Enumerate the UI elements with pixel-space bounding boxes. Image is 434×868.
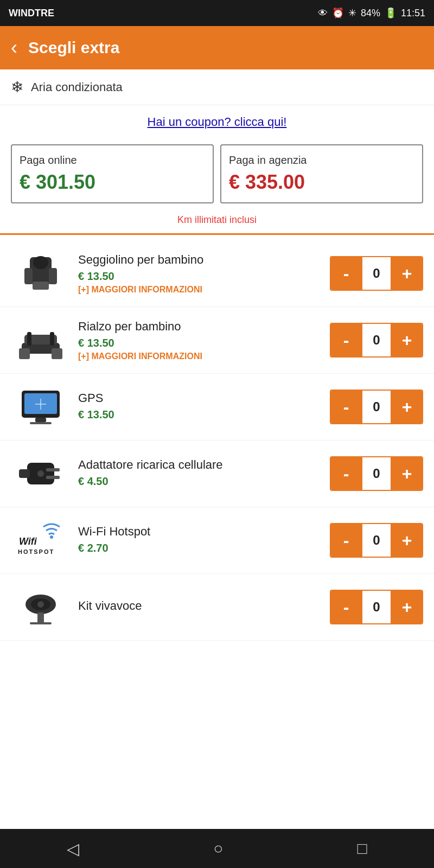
seggiolino-decrease-button[interactable]: - <box>331 257 361 290</box>
wifi-quantity-control: - 0 + <box>330 523 423 558</box>
rialzo-more-info[interactable]: [+] MAGGIORI INFORMAZIONI <box>78 352 322 361</box>
svg-rect-3 <box>49 268 57 284</box>
air-conditioning-row: ❄ Aria condizionata <box>0 69 434 105</box>
wifi-increase-button[interactable]: + <box>392 524 422 557</box>
svg-rect-8 <box>52 348 62 359</box>
extra-item-gps: GPS € 13.50 - 0 + <box>0 374 434 441</box>
bottom-navigation: ◁ ○ □ <box>0 829 434 868</box>
adattatore-name: Adattatore ricarica cellulare <box>78 457 322 473</box>
svg-point-21 <box>37 470 44 477</box>
eye-icon: 👁 <box>318 8 328 19</box>
vivavoce-name: Kit vivavoce <box>78 598 322 614</box>
coupon-row: Hai un coupon? clicca qui! <box>0 105 434 139</box>
rialzo-quantity-control: - 0 + <box>330 323 423 358</box>
adattatore-decrease-button[interactable]: - <box>331 457 361 490</box>
rialzo-decrease-button[interactable]: - <box>331 324 361 356</box>
seggiolino-quantity-control: - 0 + <box>330 256 423 291</box>
nav-home-button[interactable]: ○ <box>213 839 223 858</box>
bluetooth-icon: ✳ <box>348 7 356 19</box>
extra-item-rialzo: Rialzo per bambino € 13.50 [+] MAGGIORI … <box>0 307 434 374</box>
gps-name: GPS <box>78 391 322 406</box>
km-note: Km illimitati inclusi <box>0 211 434 233</box>
vivavoce-info: Kit vivavoce <box>78 598 322 616</box>
adattatore-image <box>11 449 71 498</box>
adattatore-quantity-value: 0 <box>361 457 392 490</box>
wifi-image: Wifi HOTSPOT <box>11 516 71 565</box>
gps-quantity-control: - 0 + <box>330 390 423 424</box>
carrier-signal: WINDTRE <box>9 8 54 19</box>
gps-price: € 13.50 <box>78 409 322 421</box>
seggiolino-more-info[interactable]: [+] MAGGIORI INFORMAZIONI <box>78 285 322 295</box>
back-button[interactable]: ‹ <box>11 38 17 58</box>
battery-icon: 🔋 <box>385 7 397 19</box>
seggiolino-image <box>11 249 71 298</box>
nav-recent-button[interactable]: □ <box>357 839 367 858</box>
seggiolino-info: Seggiolino per bambino € 13.50 [+] MAGGI… <box>78 252 322 295</box>
svg-rect-20 <box>46 476 60 479</box>
gps-quantity-value: 0 <box>361 391 392 423</box>
svg-rect-26 <box>37 612 44 623</box>
adattatore-increase-button[interactable]: + <box>392 457 422 490</box>
pay-online-box: Paga online € 301.50 <box>11 144 214 203</box>
rialzo-name: Rialzo per bambino <box>78 319 322 335</box>
clock: 11:51 <box>401 8 425 19</box>
svg-point-4 <box>33 256 48 269</box>
extra-item-seggiolino: Seggiolino per bambino € 13.50 [+] MAGGI… <box>0 240 434 307</box>
svg-rect-7 <box>19 348 30 359</box>
svg-rect-19 <box>46 468 60 471</box>
wifi-quantity-value: 0 <box>361 524 392 557</box>
extras-list: Seggiolino per bambino € 13.50 [+] MAGGI… <box>0 235 434 690</box>
alarm-icon: ⏰ <box>332 7 344 19</box>
adattatore-quantity-control: - 0 + <box>330 456 423 491</box>
seggiolino-quantity-value: 0 <box>361 257 392 290</box>
adattatore-price: € 4.50 <box>78 475 322 488</box>
vivavoce-quantity-control: - 0 + <box>330 590 423 624</box>
extra-item-wifi: Wifi HOTSPOT Wi-Fi Hotspot € 2.70 - 0 + <box>0 507 434 574</box>
svg-rect-2 <box>24 268 33 284</box>
rialzo-image <box>11 316 71 365</box>
battery-level: 84% <box>361 8 380 19</box>
page-title: Scegli extra <box>28 39 119 57</box>
svg-rect-14 <box>30 422 52 424</box>
status-right: 👁 ⏰ ✳ 84% 🔋 11:51 <box>318 7 425 19</box>
vivavoce-decrease-button[interactable]: - <box>331 591 361 623</box>
gps-info: GPS € 13.50 <box>78 391 322 423</box>
rialzo-price: € 13.50 <box>78 337 322 349</box>
pay-agency-amount: € 335.00 <box>229 171 414 194</box>
content-area: ❄ Aria condizionata Hai un coupon? clicc… <box>0 69 434 690</box>
svg-text:Wifi: Wifi <box>19 536 37 547</box>
status-bar: WINDTRE 👁 ⏰ ✳ 84% 🔋 11:51 <box>0 0 434 26</box>
seggiolino-name: Seggiolino per bambino <box>78 252 322 268</box>
extra-item-vivavoce: Kit vivavoce - 0 + <box>0 574 434 641</box>
vivavoce-quantity-value: 0 <box>361 591 392 623</box>
svg-text:HOTSPOT: HOTSPOT <box>18 548 54 555</box>
extra-item-adattatore: Adattatore ricarica cellulare € 4.50 - 0… <box>0 441 434 507</box>
price-boxes: Paga online € 301.50 Paga in agenzia € 3… <box>0 139 434 211</box>
air-conditioning-label: Aria condizionata <box>31 80 123 94</box>
svg-rect-13 <box>35 418 46 422</box>
rialzo-increase-button[interactable]: + <box>392 324 422 356</box>
wifi-decrease-button[interactable]: - <box>331 524 361 557</box>
svg-point-28 <box>37 601 44 608</box>
pay-agency-label: Paga in agenzia <box>229 154 414 167</box>
gps-increase-button[interactable]: + <box>392 391 422 423</box>
wifi-price: € 2.70 <box>78 542 322 554</box>
nav-back-button[interactable]: ◁ <box>67 839 79 858</box>
top-bar: ‹ Scegli extra <box>0 26 434 69</box>
vivavoce-image <box>11 583 71 631</box>
gps-image <box>11 382 71 431</box>
svg-rect-18 <box>19 469 30 478</box>
vivavoce-increase-button[interactable]: + <box>392 591 422 623</box>
rialzo-quantity-value: 0 <box>361 324 392 356</box>
seggiolino-price: € 13.50 <box>78 270 322 283</box>
seggiolino-increase-button[interactable]: + <box>392 257 422 290</box>
svg-rect-10 <box>50 332 54 346</box>
rialzo-info: Rialzo per bambino € 13.50 [+] MAGGIORI … <box>78 319 322 361</box>
pay-online-amount: € 301.50 <box>20 171 205 194</box>
coupon-link[interactable]: Hai un coupon? clicca qui! <box>148 115 287 129</box>
pay-agency-box: Paga in agenzia € 335.00 <box>220 144 423 203</box>
gps-decrease-button[interactable]: - <box>331 391 361 423</box>
pay-online-label: Paga online <box>20 154 205 167</box>
snowflake-icon: ❄ <box>11 78 23 96</box>
svg-rect-29 <box>30 622 52 624</box>
